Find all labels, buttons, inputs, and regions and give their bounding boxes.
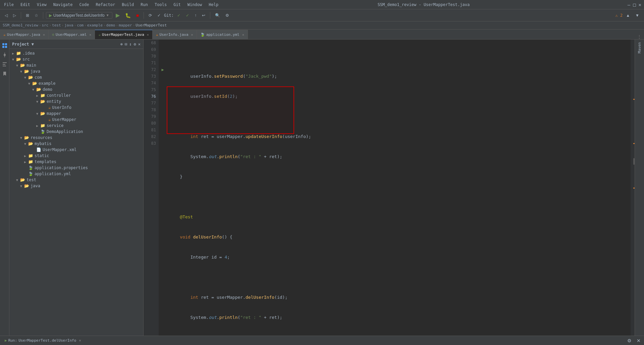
menu-tools[interactable]: Tools (153, 2, 168, 8)
run-gutter-icon[interactable]: ▶ (159, 66, 167, 73)
sidebar-sort-icon[interactable]: ↕ (129, 42, 131, 47)
debug-button[interactable]: 🐛 (123, 12, 133, 19)
bread-demo[interactable]: demo (106, 23, 115, 27)
maximize-button[interactable]: □ (633, 2, 636, 7)
menu-build[interactable]: Build (120, 2, 135, 8)
scroll-thumb[interactable] (633, 158, 635, 165)
arrow-icon: ▼ (32, 88, 36, 91)
maven-label[interactable]: Maven (636, 40, 643, 56)
menu-view[interactable]: View (36, 2, 48, 8)
menu-window[interactable]: Window (186, 2, 203, 8)
structure-sidebar-toggle[interactable] (0, 60, 9, 69)
tree-item-usermapper[interactable]: ☕ UserMapper (9, 117, 143, 123)
tree-item-idea[interactable]: ▶ 📁 .idea (9, 50, 143, 56)
collapse-warnings-button[interactable]: ▼ (633, 12, 641, 18)
run-button[interactable]: ▶ (114, 11, 122, 19)
bread-com[interactable]: com (77, 23, 84, 27)
tree-item-static[interactable]: ▶ 📁 static (9, 153, 143, 159)
toolbar-back-button[interactable]: ◁ (3, 12, 10, 18)
toolbar-project-button[interactable]: ⊞ (24, 12, 31, 18)
tab-userinfo-java[interactable]: ☕ UserInfo.java ✕ (153, 30, 197, 39)
tree-item-templates[interactable]: ▶ 📁 templates (9, 159, 143, 165)
tree-item-application-properties[interactable]: 🍃 application.properties (9, 165, 143, 171)
toolbar-run-config-dropdown[interactable]: ▶ UserMapperTest.delUserInfo ▼ (46, 12, 112, 19)
git-update-button[interactable]: ⟳ (147, 12, 154, 18)
sidebar-settings-icon[interactable]: ⚙ (134, 42, 136, 47)
bread-mapper[interactable]: mapper (119, 23, 132, 27)
bread-test[interactable]: test (52, 23, 61, 27)
toolbar-bookmark-button[interactable]: ☆ (33, 12, 40, 18)
tree-item-com[interactable]: ▼ 📂 com (9, 74, 143, 80)
run-panel-close-button[interactable]: ✕ (635, 337, 643, 345)
maven-panel[interactable]: Maven (635, 40, 644, 336)
tree-item-mapper[interactable]: ▼ 📂 mapper (9, 111, 143, 117)
menu-file[interactable]: File (3, 2, 15, 8)
bread-example[interactable]: example (87, 23, 103, 27)
tree-item-demo[interactable]: ▼ 📂 demo (9, 86, 143, 92)
code-view[interactable]: 68 69 70 71 72 73 74 75 76 77 78 79 80 8… (144, 40, 635, 336)
git-commit-button[interactable]: ✓ (155, 12, 163, 18)
git-rollback[interactable]: ↩ (200, 12, 207, 18)
tab-close-2[interactable]: ✕ (89, 33, 91, 37)
tree-item-usermapper-xml[interactable]: 📄 UserMapper.xml (9, 147, 143, 153)
menu-refactor[interactable]: Refactor (94, 2, 116, 8)
git-push[interactable]: ↑ (193, 12, 199, 18)
bread-java[interactable]: java (64, 23, 73, 27)
git-check2[interactable]: ✓ (184, 12, 191, 18)
tree-item-application-yml[interactable]: 🍃 application.yml (9, 171, 143, 177)
stop-button[interactable]: ■ (134, 12, 141, 19)
window-controls[interactable]: — □ ✕ (628, 2, 641, 7)
menu-code[interactable]: Code (78, 2, 91, 8)
tree-item-test-java[interactable]: ▼ 📂 java (9, 183, 143, 189)
tree-item-example[interactable]: ▼ 📂 example (9, 80, 143, 86)
tree-item-demoapplication[interactable]: 🍃 DemoApplication (9, 129, 143, 135)
search-button[interactable]: 🔍 (213, 12, 222, 18)
tree-item-controller[interactable]: ▶ 📁 controller (9, 92, 143, 98)
tree-item-main[interactable]: ▼ 📂 main (9, 62, 143, 68)
expand-warnings-button[interactable]: ▲ (624, 12, 632, 18)
tab-close-5[interactable]: ✕ (242, 33, 244, 37)
tree-item-test[interactable]: ▼ 📂 test (9, 177, 143, 183)
tree-item-src[interactable]: ▼ 📂 src (9, 56, 143, 62)
tree-item-entity[interactable]: ▼ 📂 entity (9, 98, 143, 105)
tab-close-1[interactable]: ✕ (43, 33, 45, 37)
tab-close-4[interactable]: ✕ (191, 33, 193, 37)
tab-bar-menu[interactable]: ⋮ (635, 34, 644, 39)
run-panel-settings-button[interactable]: ⚙ (625, 337, 633, 345)
menu-run[interactable]: Run (139, 2, 149, 8)
code-content[interactable]: userInfo.setPassword("Jack_pwd"); userIn… (167, 40, 631, 336)
tree-item-resources[interactable]: ▼ 📂 resources (9, 135, 143, 141)
toolbar-forward-button[interactable]: ▷ (11, 12, 18, 18)
tab-close-3[interactable]: ✕ (147, 33, 149, 37)
tab-usermapper-java[interactable]: ☕ UserMapper.java ✕ (0, 30, 49, 39)
minimize-button[interactable]: — (628, 2, 630, 7)
commit-sidebar-toggle[interactable] (0, 50, 9, 60)
menu-git[interactable]: Git (172, 2, 182, 8)
bookmarks-sidebar-toggle[interactable] (0, 69, 9, 78)
tree-item-mybatis[interactable]: ▼ 📂 mybatis (9, 141, 143, 147)
tree-item-java[interactable]: ▼ 📂 java (9, 68, 143, 74)
sidebar-close-icon[interactable]: ✕ (138, 42, 141, 47)
tab-usermapper-xml[interactable]: ⚙ UserMapper.xml ✕ (49, 30, 95, 39)
menu-bar[interactable]: File Edit View Navigate Code Refactor Bu… (3, 2, 220, 8)
run-tab-run[interactable]: ▶ Run: UserMapperTest.delUserInfo ✕ (1, 337, 85, 344)
menu-help[interactable]: Help (207, 2, 220, 8)
tree-item-service[interactable]: ▶ 📁 service (9, 123, 143, 129)
sidebar-icons[interactable]: ⊕ ⊟ ↕ ⚙ ✕ (120, 42, 141, 47)
project-sidebar-toggle[interactable] (0, 41, 9, 50)
tab-usermappertest-java[interactable]: ☕ UserMapperTest.java ✕ (95, 30, 153, 39)
close-button[interactable]: ✕ (639, 2, 641, 7)
bread-file[interactable]: UserMapperTest (136, 23, 167, 27)
bread-project[interactable]: SSM_demo1_review (3, 23, 38, 27)
menu-edit[interactable]: Edit (19, 2, 32, 8)
bread-src[interactable]: src (42, 23, 49, 27)
tab-application-yml[interactable]: 🍃 application.yml ✕ (197, 30, 248, 39)
sidebar-collapse-icon[interactable]: ⊟ (125, 42, 127, 47)
sidebar-expand-icon[interactable]: ⊕ (120, 42, 123, 47)
menu-navigate[interactable]: Navigate (52, 2, 74, 8)
run-tab-close[interactable]: ✕ (79, 338, 81, 343)
tree-item-userinfo[interactable]: ☕ UserInfo (9, 105, 143, 111)
settings-button[interactable]: ⚙ (223, 12, 231, 18)
run-arrow-icon[interactable]: ▶ (161, 67, 164, 72)
git-check1[interactable]: ✓ (175, 12, 182, 18)
